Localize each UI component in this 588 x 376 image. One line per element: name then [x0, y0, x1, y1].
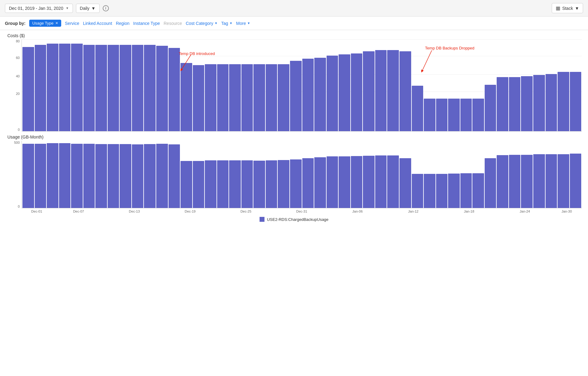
usage-bar [71, 144, 83, 208]
x-label: Dec-01 [23, 210, 51, 213]
x-label: Dec-19 [162, 210, 218, 213]
info-icon[interactable]: i [103, 5, 109, 11]
usage-bar [472, 173, 484, 208]
costs-bar [460, 99, 472, 131]
costs-bar [83, 45, 95, 131]
y-label-40: 40 [16, 74, 20, 78]
usage-chart-label: Usage (GB-Month) [7, 135, 582, 139]
stack-chart-icon: ▦ [556, 5, 560, 11]
group-link-cost-category[interactable]: Cost Category ▼ [186, 21, 217, 26]
usage-bar [448, 174, 460, 208]
costs-chart: Costs ($) 80 60 40 20 0 [6, 33, 582, 131]
x-label: Dec-25 [218, 210, 274, 213]
group-link-resource: Resource [164, 21, 182, 26]
costs-bar [424, 99, 435, 131]
usage-bar [351, 156, 363, 208]
costs-bar [229, 64, 241, 131]
y-label-0: 0 [18, 128, 20, 131]
date-range-chevron-icon: ▼ [66, 6, 69, 10]
x-label: Jan-18 [441, 210, 497, 213]
granularity-button[interactable]: Daily ▼ [76, 4, 100, 13]
costs-bar [217, 64, 229, 131]
usage-chart: Usage (GB-Month) 500 0 [6, 135, 582, 208]
costs-bar [375, 50, 387, 131]
usage-bar [497, 155, 508, 208]
date-range-button[interactable]: Dec 01, 2019 - Jan 31, 2020 ▼ [5, 4, 73, 13]
group-link-linked-account[interactable]: Linked Account [83, 21, 112, 26]
costs-bar [108, 45, 119, 131]
costs-bar [156, 46, 168, 131]
group-by-label: Group by: [5, 21, 26, 26]
x-label: Dec-13 [106, 210, 162, 213]
costs-bar [558, 72, 569, 131]
usage-bar [327, 156, 338, 208]
usage-bar [156, 144, 168, 208]
costs-bar [521, 76, 533, 131]
stack-label: Stack [562, 6, 573, 11]
costs-bar [35, 45, 46, 131]
usage-bar [363, 156, 375, 208]
usage-bar [521, 155, 533, 208]
x-label: Dec-31 [274, 210, 329, 213]
y-label-60: 60 [16, 56, 20, 60]
costs-bar [387, 50, 399, 131]
usage-bar [35, 144, 46, 208]
svg-line-1 [422, 50, 432, 71]
usage-bar [375, 155, 387, 208]
costs-chart-label: Costs ($) [7, 33, 582, 38]
x-label: Jan-30 [553, 210, 581, 213]
tag-chevron-icon: ▼ [229, 22, 232, 25]
costs-bar [363, 51, 375, 131]
group-link-instance-type[interactable]: Instance Type [133, 21, 160, 26]
more-label: More [236, 21, 246, 26]
usage-bar [181, 161, 192, 208]
costs-bar [533, 75, 545, 131]
costs-bar [22, 47, 34, 131]
costs-bar [266, 64, 277, 131]
group-link-more[interactable]: More ▼ [236, 21, 250, 26]
usage-bar [533, 154, 545, 208]
cost-category-label: Cost Category [186, 21, 213, 26]
usage-bar [59, 143, 71, 208]
usage-bar [241, 160, 253, 208]
usage-bar [217, 160, 229, 208]
annotation2-arrow [419, 50, 447, 75]
costs-bar [546, 74, 557, 131]
costs-bar [181, 63, 192, 131]
chart-area: Costs ($) 80 60 40 20 0 [0, 30, 588, 225]
svg-line-0 [181, 55, 191, 70]
usage-bar [387, 155, 399, 208]
costs-bar [314, 58, 326, 131]
usage-bar [558, 154, 569, 208]
usage-bar [412, 174, 423, 208]
usage-bar [83, 144, 95, 208]
group-link-region[interactable]: Region [116, 21, 129, 26]
costs-bar [448, 99, 460, 131]
costs-bar [47, 44, 58, 131]
costs-bar [144, 45, 156, 131]
usage-bar [509, 155, 521, 208]
usage-bar [95, 144, 107, 208]
y-label-80: 80 [16, 39, 20, 43]
granularity-chevron-icon: ▼ [91, 6, 96, 11]
x-label: Dec-07 [51, 210, 106, 213]
usage-bar [108, 144, 119, 208]
annotation1-arrow [179, 55, 203, 73]
usage-bar [424, 174, 435, 208]
group-link-tag[interactable]: Tag ▼ [221, 21, 232, 26]
active-group-tag[interactable]: Usage Type ✕ [29, 20, 61, 27]
y-label-20: 20 [16, 92, 20, 96]
remove-tag-icon[interactable]: ✕ [55, 21, 58, 25]
usage-bar [132, 144, 144, 208]
usage-bar [205, 160, 217, 208]
usage-bar [229, 160, 241, 208]
usage-bar [314, 157, 326, 208]
usage-bar [436, 174, 448, 208]
usage-bar [290, 159, 302, 208]
group-link-service[interactable]: Service [65, 21, 79, 26]
stack-button[interactable]: ▦ Stack ▼ [552, 3, 583, 13]
costs-bar [302, 59, 314, 131]
usage-bar [47, 143, 58, 208]
usage-bar [460, 173, 472, 208]
legend: USE2-RDS:ChargedBackupUsage [6, 213, 582, 225]
